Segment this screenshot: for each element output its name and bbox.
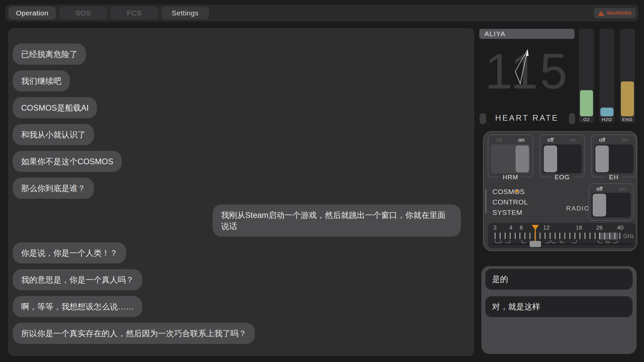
reply-options-panel: 是的对，就是这样 [481, 266, 637, 354]
heart-rate-label: HEART RATE [479, 113, 575, 123]
freq-tick [540, 233, 540, 239]
chat-message-bubble: 啊，等等，我想想该怎么说…… [13, 296, 142, 317]
chat-message-bubble: 我刚从Steam启动一个游戏，然后就跳出一个窗口，你就在里面说话 [213, 204, 461, 237]
freq-tick [604, 233, 605, 239]
freq-tick [590, 233, 590, 239]
freq-tick [609, 233, 610, 239]
freq-tick-label: 8 [520, 225, 523, 231]
toggle-track [491, 144, 530, 173]
ecg-needle-icon [479, 29, 575, 126]
freq-band-bracket [521, 240, 526, 243]
freq-tick [614, 233, 615, 239]
radio-label: RADIO [566, 205, 590, 212]
chat-message-bubble: COSMOS是船载AI [13, 97, 97, 118]
bar-o2: O2 [579, 29, 594, 123]
freq-band-bracket [572, 240, 577, 243]
tab-list: OperationSOSFCSSettings [8, 7, 209, 19]
chat-message-bubble: 你是说，你是一个人类！？ [13, 242, 126, 263]
bar-eng: ENG [620, 29, 635, 123]
toggle-hrm[interactable]: offonHRM [488, 134, 533, 177]
reply-option-button[interactable]: 对，就是这样 [485, 296, 633, 317]
freq-tick [515, 233, 516, 239]
toggle-off-label: off [496, 137, 502, 143]
freq-band-bracket [551, 240, 556, 243]
warning-label: WARNING [607, 10, 632, 16]
bar-h2o: H2O [599, 29, 614, 123]
chat-message-bubble: 所以你是一个真实存在的人，然后因为一次巧合联系上我了吗？ [13, 323, 255, 344]
chat-message-bubble: 已经脱离危险了 [13, 44, 86, 65]
freq-tick [555, 233, 555, 239]
freq-tick [570, 233, 570, 239]
freq-tick [510, 233, 511, 239]
chat-panel: 已经脱离危险了我们继续吧COSMOS是船载AI和我从小就认识了如果你不是这个CO… [8, 28, 474, 356]
toggle-name-label: EH [606, 174, 622, 181]
freq-tick [585, 233, 585, 239]
bar-label: ENG [620, 117, 635, 122]
warning-icon [598, 11, 604, 16]
freq-band-bracket [506, 240, 511, 243]
bar-label: O2 [579, 117, 594, 122]
chat-message-bubble: 和我从小就认识了 [13, 124, 94, 145]
tab-sos[interactable]: SOS [59, 7, 107, 19]
toggle-on-label: on [622, 137, 628, 143]
warning-badge[interactable]: WARNING [594, 8, 636, 18]
top-tab-bar: OperationSOSFCSSettings WARNING [5, 5, 639, 21]
toggle-name-label: EOG [551, 174, 573, 181]
app-window: OperationSOSFCSSettings WARNING 已经脱离危险了我… [0, 0, 644, 362]
freq-tick [595, 233, 595, 239]
toggle-knob[interactable] [595, 145, 609, 172]
freq-tick-label: 40 [617, 225, 624, 231]
freq-tick [525, 233, 525, 239]
toggle-knob[interactable] [516, 145, 529, 172]
freq-tick [550, 233, 550, 239]
freq-highlight [599, 233, 618, 240]
freq-tick-label: 2 [493, 225, 496, 231]
toggle-off-label: off [599, 137, 605, 143]
ghz-unit-label: GHz [623, 233, 634, 239]
toggle-track [543, 144, 582, 173]
freq-tick [530, 233, 530, 239]
toggle-on-label: on [570, 137, 576, 143]
freq-tick [505, 233, 505, 239]
chat-message-bubble: 我的意思是，你是一个真人吗？ [13, 269, 142, 290]
freq-tick [500, 233, 500, 239]
freq-slider-track [492, 244, 632, 245]
freq-tick [599, 233, 600, 239]
toggle-knob[interactable] [593, 194, 606, 217]
tab-operation[interactable]: Operation [8, 7, 56, 19]
toggle-track [592, 193, 631, 218]
freq-tick [575, 233, 575, 239]
cosmos-system-label: COSMOSCONTROLSYSTEM [492, 186, 528, 218]
freq-tick-label: 4 [509, 225, 512, 231]
freq-band-bracket [495, 240, 499, 243]
freq-tick [495, 233, 495, 239]
control-panel: COSMOSCONTROLSYSTEM RADIO 24812182640GHz… [483, 131, 637, 251]
freq-band-bracket [613, 240, 618, 243]
chat-message-bubble: 那么你到底是谁？ [13, 178, 94, 199]
toggle-knob[interactable] [544, 145, 557, 172]
reply-option-button[interactable]: 是的 [485, 269, 633, 290]
freq-tick [620, 233, 620, 239]
tab-fcs[interactable]: FCS [110, 7, 158, 19]
toggle-off-label: off [547, 137, 554, 143]
freq-slider-handle[interactable] [530, 241, 541, 247]
frequency-scale: 24812182640GHzSXKuKa [488, 223, 636, 248]
freq-band-bracket [598, 240, 602, 243]
freq-tick [559, 233, 560, 239]
freq-tick [520, 233, 520, 239]
toggle-name-label: HRM [499, 174, 522, 181]
freq-tick-label: 18 [576, 225, 582, 231]
freq-tick-label: 12 [543, 225, 550, 231]
toggle-radio[interactable]: offon [588, 183, 634, 221]
freq-marker-stem [535, 229, 536, 242]
toggle-eh[interactable]: offonEH [591, 134, 637, 177]
heart-rate-pill-left [480, 113, 486, 124]
toggle-eog[interactable]: offonEOG [539, 134, 585, 177]
tab-settings[interactable]: Settings [161, 7, 209, 19]
bar-label: H2O [599, 117, 614, 122]
freq-tick-label: 26 [596, 225, 603, 231]
toggle-on-label: on [619, 186, 625, 192]
freq-band-bracket [545, 240, 550, 243]
toggle-track [594, 144, 633, 173]
toggle-off-label: off [596, 186, 603, 192]
